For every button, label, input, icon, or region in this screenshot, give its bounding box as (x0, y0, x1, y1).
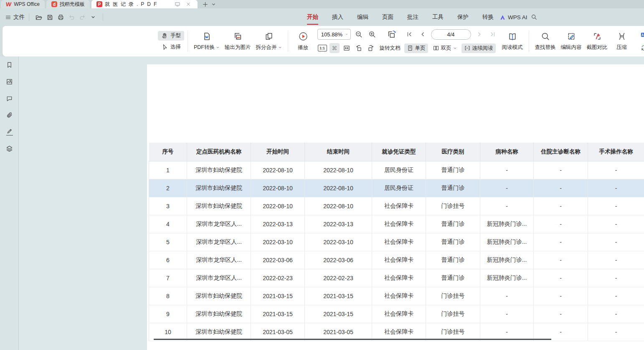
table-header-cell: 开始时间 (251, 143, 305, 161)
cell-end: 2022-08-10 (305, 197, 372, 215)
fit-page-button[interactable] (330, 43, 340, 53)
cell-op: - (588, 269, 644, 287)
cell-cert: 社会保障卡 (372, 197, 426, 215)
continuous-read-button[interactable]: 连续阅读 (461, 43, 496, 53)
cell-diag: - (534, 251, 588, 269)
cell-op: - (588, 305, 644, 323)
pdf-convert-button[interactable]: PDF转换 (191, 28, 222, 54)
zoom-level-combobox[interactable] (317, 29, 351, 40)
cell-diag: - (534, 287, 588, 305)
actual-size-button[interactable]: 1:1 (317, 43, 327, 53)
hand-tool-button[interactable]: 手型 (158, 31, 184, 41)
play-button[interactable]: 播放 (292, 28, 315, 54)
cell-org: 深圳市妇幼保健院 (187, 179, 251, 197)
pdf-page[interactable]: 序号定点医药机构名称开始时间结束时间就诊凭证类型医疗类别病种名称住院主诊断名称手… (147, 64, 644, 350)
cell-disease: - (480, 305, 534, 323)
screen-cast-icon[interactable] (173, 0, 182, 8)
cell-op: - (588, 215, 644, 233)
menu-item[interactable]: 转换 (482, 13, 494, 21)
page-rotate-icon (387, 30, 396, 39)
menu-item[interactable]: 插入 (332, 13, 343, 21)
rotate-doc-label[interactable]: 旋转文档 (380, 45, 401, 52)
undo-button[interactable] (66, 12, 77, 23)
read-mode-button[interactable]: 阅读模式 (499, 28, 525, 54)
menu-item[interactable]: 页面 (382, 13, 393, 21)
cell-diag: - (534, 305, 588, 323)
fit-width-button[interactable] (342, 43, 352, 53)
cell-start: 2021-03-15 (251, 305, 305, 323)
cell-start: 2022-03-13 (251, 215, 305, 233)
table-header-cell: 病种名称 (480, 143, 534, 161)
tab-list-chevron-icon[interactable] (209, 0, 218, 8)
close-tab-icon[interactable] (184, 0, 193, 8)
new-tab-button[interactable] (201, 0, 209, 8)
export-as-image-button[interactable]: 输出为图片 (222, 28, 254, 54)
cell-op: - (588, 161, 644, 179)
attachments-panel-button[interactable] (0, 107, 19, 123)
compress-button[interactable]: 压缩 (610, 28, 634, 54)
double-page-button[interactable]: 双页 (430, 43, 459, 53)
menu-item[interactable]: 批注 (407, 13, 418, 21)
pen-underline (6, 135, 13, 135)
wps-ai-button[interactable]: WPS AI (499, 14, 527, 20)
edit-content-button[interactable]: 编辑内容 (558, 28, 584, 54)
cell-org: 深圳市妇幼保健院 (187, 287, 251, 305)
first-page-button[interactable] (404, 29, 414, 39)
cell-type: 普通门诊 (426, 269, 480, 287)
pen-icon (6, 128, 13, 134)
split-merge-button[interactable]: 拆分合并 (254, 28, 284, 54)
zoom-level-input[interactable] (320, 31, 344, 38)
previous-page-button[interactable] (418, 29, 428, 39)
menu-item[interactable]: 开始 (307, 13, 318, 21)
tab-document[interactable]: P 就医记录.PDF (91, 0, 198, 8)
find-replace-button[interactable]: 查找替换 (532, 28, 558, 54)
word-translate-button[interactable]: 划词翻译 (637, 43, 644, 53)
cell-cert: 社会保障卡 (372, 269, 426, 287)
menu-item[interactable]: 保护 (457, 13, 469, 21)
cell-cert: 社会保障卡 (372, 287, 426, 305)
page-indicator-box[interactable] (431, 29, 471, 40)
zoom-out-button[interactable] (354, 29, 364, 39)
tab-label: WPS Office (14, 1, 40, 7)
save-button[interactable] (44, 12, 55, 23)
single-page-button[interactable]: 单页 (404, 43, 428, 53)
play-label: 播放 (298, 44, 308, 51)
single-page-icon (407, 45, 413, 51)
print-button[interactable] (55, 12, 66, 23)
compress-label: 压缩 (616, 44, 627, 51)
cell-org: 深圳市妇幼保健院 (187, 197, 251, 215)
page-indicator-input[interactable] (431, 30, 471, 39)
rotate-right-button[interactable] (366, 43, 376, 53)
next-page-button[interactable] (474, 29, 484, 39)
cell-cert: 社会保障卡 (372, 305, 426, 323)
rotate-document-button[interactable] (387, 29, 397, 39)
tab-docer-templates[interactable]: d 找稻壳模板 (46, 0, 90, 8)
full-text-translate-button[interactable]: 全文翻译 (637, 30, 644, 40)
last-page-button[interactable] (488, 29, 498, 39)
image-icon (6, 78, 13, 85)
tab-wps-office[interactable]: W WPS Office (1, 0, 45, 8)
cell-start: 2022-02-23 (251, 269, 305, 287)
screenshot-compare-button[interactable]: 截图对比 (584, 28, 610, 54)
bookmarks-panel-button[interactable] (0, 56, 19, 73)
signature-panel-button[interactable] (0, 123, 19, 140)
toolbar-more-chevron-icon[interactable] (88, 12, 99, 23)
menu-search-button[interactable] (529, 12, 540, 23)
table-header-cell: 就诊凭证类型 (372, 143, 426, 161)
cell-diag: - (534, 215, 588, 233)
menu-item[interactable]: 工具 (432, 13, 444, 21)
menu-item[interactable]: 编辑 (357, 13, 368, 21)
open-file-button[interactable] (33, 12, 44, 23)
thumbnails-panel-button[interactable] (0, 73, 19, 90)
file-menu-button[interactable]: 文件 (5, 13, 25, 21)
select-tool-button[interactable]: 选择 (158, 42, 184, 52)
double-page-icon (433, 45, 439, 51)
cell-org: 深圳市妇幼保健院 (187, 323, 251, 341)
redo-button[interactable] (77, 12, 88, 23)
zoom-in-button[interactable] (368, 29, 378, 39)
layers-panel-button[interactable] (0, 140, 19, 157)
single-page-label: 单页 (415, 45, 426, 52)
comments-panel-button[interactable] (0, 90, 19, 107)
rotate-left-button[interactable] (354, 43, 364, 53)
cell-diag: - (534, 161, 588, 179)
